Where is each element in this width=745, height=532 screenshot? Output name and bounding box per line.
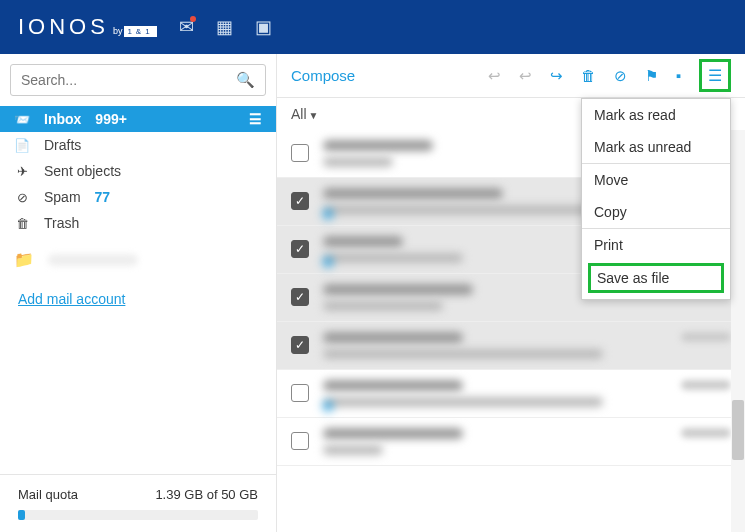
folder-list: 📨 Inbox 999+ ☰ 📄 Drafts ✈ Sent objects ⊘… xyxy=(0,106,276,236)
message-row[interactable] xyxy=(277,418,745,466)
menu-copy[interactable]: Copy xyxy=(582,196,730,228)
folder-icon: 📁 xyxy=(14,250,34,269)
menu-save-as-file[interactable]: Save as file xyxy=(588,263,724,293)
menu-move[interactable]: Move xyxy=(582,164,730,196)
more-menu-button[interactable]: ☰ xyxy=(699,59,731,92)
folder-sent[interactable]: ✈ Sent objects xyxy=(0,158,276,184)
sent-icon: ✈ xyxy=(14,164,30,179)
scrollbar[interactable] xyxy=(731,130,745,532)
main-panel: Compose ↩ ↩ ↪ 🗑 ⊘ ⚑ ▪ ☰ All▼ ✓ ✓ xyxy=(277,54,745,532)
message-checkbox[interactable] xyxy=(291,384,309,402)
forward-icon[interactable]: ↪ xyxy=(550,67,563,85)
calendar-icon[interactable]: ▦ xyxy=(216,16,233,38)
reply-all-icon[interactable]: ↩ xyxy=(519,67,532,85)
folder-menu-icon[interactable]: ☰ xyxy=(249,111,262,127)
message-row[interactable] xyxy=(277,370,745,418)
folder-label: Sent objects xyxy=(44,163,121,179)
folder-trash[interactable]: 🗑 Trash xyxy=(0,210,276,236)
brand-sub: 1&1 xyxy=(124,26,156,37)
folder-spam[interactable]: ⊘ Spam 77 xyxy=(0,184,276,210)
quota-text: 1.39 GB of 50 GB xyxy=(155,487,258,502)
block-icon[interactable]: ⊘ xyxy=(614,67,627,85)
caret-down-icon: ▼ xyxy=(309,110,319,121)
folder-count: 77 xyxy=(95,189,111,205)
folder-inbox[interactable]: 📨 Inbox 999+ ☰ xyxy=(0,106,276,132)
message-checkbox[interactable] xyxy=(291,432,309,450)
brand-by: by xyxy=(113,26,123,36)
folder-drafts[interactable]: 📄 Drafts xyxy=(0,132,276,158)
bookmark-icon[interactable]: ⚑ xyxy=(645,67,658,85)
filter-all: All xyxy=(291,106,307,122)
add-mail-account-link[interactable]: Add mail account xyxy=(0,275,276,323)
notification-dot xyxy=(190,16,196,22)
message-checkbox[interactable]: ✓ xyxy=(291,192,309,210)
quota-bar xyxy=(18,510,258,520)
custom-folder[interactable]: 📁 xyxy=(0,244,276,275)
trash-icon: 🗑 xyxy=(14,216,30,231)
folder-label: Inbox xyxy=(44,111,81,127)
message-checkbox[interactable]: ✓ xyxy=(291,336,309,354)
message-checkbox[interactable]: ✓ xyxy=(291,288,309,306)
compose-button[interactable]: Compose xyxy=(291,67,355,84)
message-checkbox[interactable]: ✓ xyxy=(291,240,309,258)
menu-print[interactable]: Print xyxy=(582,229,730,261)
brand-name: IONOS xyxy=(18,14,109,40)
folder-label: Spam xyxy=(44,189,81,205)
spam-icon: ⊘ xyxy=(14,190,30,205)
drafts-icon: 📄 xyxy=(14,138,30,153)
mail-quota: Mail quota 1.39 GB of 50 GB xyxy=(0,474,276,532)
folder-count: 999+ xyxy=(95,111,127,127)
app-header: IONOS by 1&1 ✉ ▦ ▣ xyxy=(0,0,745,54)
quota-fill xyxy=(18,510,25,520)
search-box[interactable]: 🔍 xyxy=(10,64,266,96)
blurred-folder-name xyxy=(48,254,138,266)
search-input[interactable] xyxy=(21,72,236,88)
menu-mark-unread[interactable]: Mark as unread xyxy=(582,131,730,163)
quota-label: Mail quota xyxy=(18,487,78,502)
menu-mark-read[interactable]: Mark as read xyxy=(582,99,730,131)
mail-icon[interactable]: ✉ xyxy=(179,16,194,38)
search-icon[interactable]: 🔍 xyxy=(236,71,255,89)
toolbar: Compose ↩ ↩ ↪ 🗑 ⊘ ⚑ ▪ ☰ xyxy=(277,54,745,98)
archive-icon[interactable]: ▪ xyxy=(676,67,681,84)
folder-label: Trash xyxy=(44,215,79,231)
sidebar: 🔍 📨 Inbox 999+ ☰ 📄 Drafts ✈ Sent objects… xyxy=(0,54,277,532)
reply-icon[interactable]: ↩ xyxy=(488,67,501,85)
more-dropdown: Mark as read Mark as unread Move Copy Pr… xyxy=(581,98,731,300)
message-row[interactable]: ✓ xyxy=(277,322,745,370)
message-checkbox[interactable] xyxy=(291,144,309,162)
scrollbar-thumb[interactable] xyxy=(732,400,744,460)
contacts-icon[interactable]: ▣ xyxy=(255,16,272,38)
inbox-icon: 📨 xyxy=(14,112,30,127)
delete-icon[interactable]: 🗑 xyxy=(581,67,596,84)
folder-label: Drafts xyxy=(44,137,81,153)
brand-logo: IONOS by 1&1 xyxy=(18,14,157,40)
